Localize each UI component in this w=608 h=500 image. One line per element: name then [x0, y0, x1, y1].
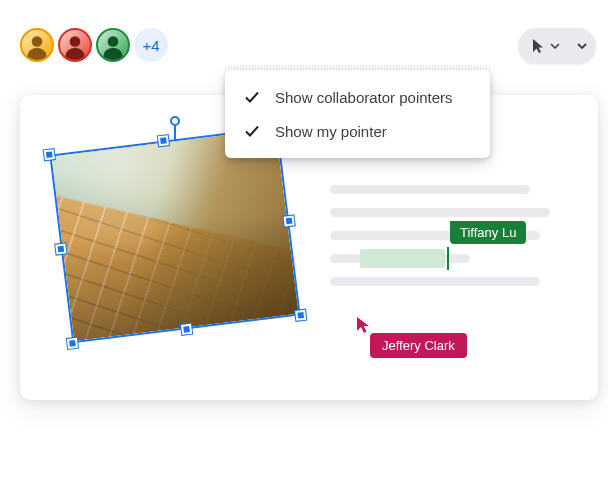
avatar-overflow-count[interactable]: +4 — [134, 28, 168, 62]
rotation-connector — [174, 126, 176, 140]
svg-point-0 — [32, 36, 43, 47]
text-line-with-cursor — [330, 254, 470, 263]
resize-handle-br[interactable] — [295, 310, 306, 321]
collaborator-caret — [447, 247, 449, 270]
menu-item-show-my-pointer[interactable]: Show my pointer — [225, 114, 490, 148]
text-line — [330, 208, 550, 217]
menu-item-show-collaborator-pointers[interactable]: Show collaborator pointers — [225, 80, 490, 114]
avatar-1[interactable] — [20, 28, 54, 62]
rotation-handle[interactable] — [170, 116, 180, 126]
avatar-3[interactable] — [96, 28, 130, 62]
svg-point-5 — [103, 48, 122, 60]
pointer-options-dropdown: Show collaborator pointers Show my point… — [225, 70, 490, 158]
selection-frame — [49, 127, 300, 344]
svg-point-2 — [70, 36, 81, 47]
check-icon — [243, 122, 261, 140]
resize-handle-bc[interactable] — [181, 324, 192, 335]
resize-handle-ml[interactable] — [55, 243, 66, 254]
resize-handle-tc[interactable] — [158, 135, 169, 146]
text-line — [330, 277, 540, 286]
resize-handle-tl[interactable] — [44, 149, 55, 160]
svg-point-3 — [65, 48, 84, 60]
selected-image[interactable] — [60, 140, 290, 330]
image-content[interactable] — [49, 127, 300, 344]
resize-handle-mr[interactable] — [284, 215, 295, 226]
text-selection-highlight — [360, 249, 445, 268]
collaborator-badge-tiffany: Tiffany Lu — [450, 221, 526, 244]
menu-item-label: Show my pointer — [275, 123, 387, 140]
resize-handle-bl[interactable] — [67, 338, 78, 349]
check-icon — [243, 88, 261, 106]
pointer-tool-button[interactable] — [518, 28, 596, 64]
text-line — [330, 185, 530, 194]
collaborator-avatars: +4 — [20, 28, 168, 62]
svg-point-4 — [108, 36, 119, 47]
chevron-down-icon — [550, 43, 560, 49]
menu-item-label: Show collaborator pointers — [275, 89, 453, 106]
svg-point-1 — [27, 48, 46, 60]
avatar-2[interactable] — [58, 28, 92, 62]
cursor-icon — [532, 38, 546, 54]
chevron-down-icon[interactable] — [576, 42, 588, 50]
collaborator-badge-jeffery: Jeffery Clark — [370, 333, 467, 358]
